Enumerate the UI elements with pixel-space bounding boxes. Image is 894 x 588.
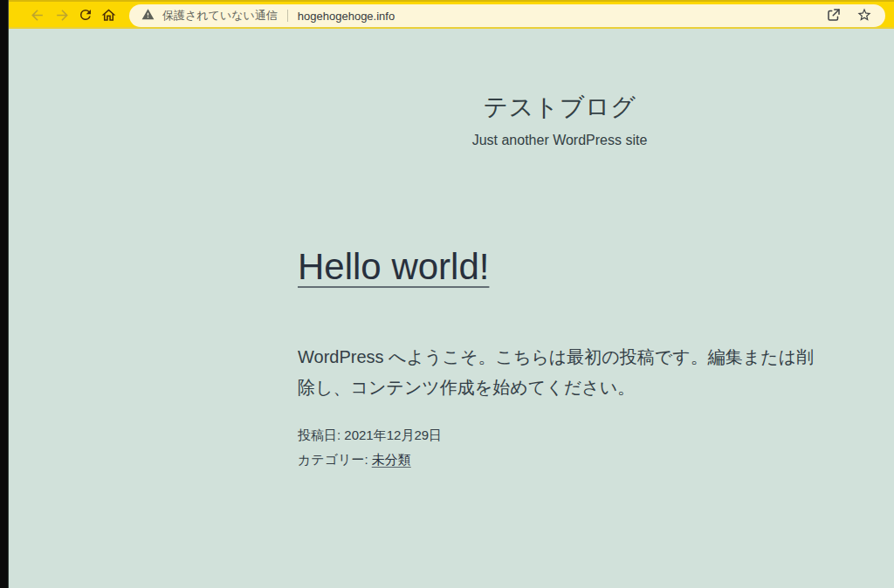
home-button[interactable] xyxy=(98,4,119,25)
bookmark-star-button[interactable] xyxy=(856,7,873,24)
share-button[interactable] xyxy=(825,7,842,24)
post-date-label: 投稿日: xyxy=(298,427,344,442)
back-button[interactable] xyxy=(26,4,47,25)
back-icon xyxy=(29,7,45,24)
post-category-label: カテゴリー: xyxy=(298,452,372,467)
not-secure-chip[interactable] xyxy=(141,8,155,24)
address-separator xyxy=(287,10,288,22)
browser-window: 保護されていない通信 hogehogehoge.info xyxy=(9,0,894,588)
post-category-link[interactable]: 未分類 xyxy=(372,452,411,467)
page-viewport: テストブログ Just another WordPress site Hello… xyxy=(9,29,894,588)
reload-button[interactable] xyxy=(75,4,96,25)
post-body-paragraph: WordPress へようこそ。こちらは最初の投稿です。編集または削除し、コンテ… xyxy=(298,342,822,403)
url-text[interactable]: hogehogehoge.info xyxy=(298,10,395,23)
site-header: テストブログ Just another WordPress site xyxy=(298,91,822,148)
share-icon xyxy=(826,7,842,25)
screen: 保護されていない通信 hogehogehoge.info xyxy=(0,0,894,588)
forward-icon xyxy=(54,7,71,24)
post-date-line: 投稿日: 2021年12月29日 xyxy=(298,423,822,448)
site-title-link[interactable]: テストブログ xyxy=(298,91,822,124)
site-tagline: Just another WordPress site xyxy=(298,133,822,148)
post-category-line: カテゴリー: 未分類 xyxy=(298,448,822,472)
address-bar[interactable]: 保護されていない通信 hogehogehoge.info xyxy=(129,4,885,27)
browser-toolbar: 保護されていない通信 hogehogehoge.info xyxy=(9,0,894,29)
address-bar-actions xyxy=(825,7,873,24)
post-date-value: 2021年12月29日 xyxy=(344,427,442,442)
post-title-link[interactable]: Hello world! xyxy=(298,246,489,288)
forward-button[interactable] xyxy=(52,4,72,25)
post-meta: 投稿日: 2021年12月29日 カテゴリー: 未分類 xyxy=(298,423,822,472)
warning-triangle-icon xyxy=(141,8,155,24)
reload-icon xyxy=(78,7,93,23)
security-warning-label[interactable]: 保護されていない通信 xyxy=(162,8,278,24)
post-title-row: Hello world! xyxy=(298,246,822,288)
home-icon xyxy=(100,7,117,24)
bookmark-star-icon xyxy=(856,7,872,25)
window-left-black-edge xyxy=(0,0,9,588)
